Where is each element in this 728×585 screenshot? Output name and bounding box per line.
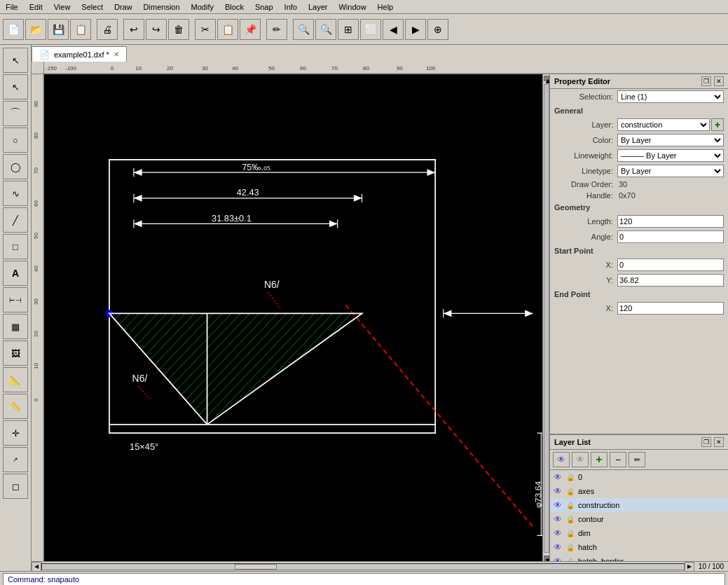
h-scrollbar[interactable]: ◀ ▶ 10 / 100 [32, 561, 728, 571]
ellipse-tool[interactable]: ◯ [3, 154, 28, 179]
layer-hide-all-button[interactable]: 👁 [572, 452, 589, 467]
property-editor-restore-button[interactable]: ❐ [701, 76, 711, 86]
image-tool[interactable]: 🖼 [3, 340, 28, 366]
layer-lock-hatch-border[interactable]: 🔒 [565, 556, 575, 561]
menu-item-help[interactable]: Help [372, 1, 399, 13]
layer-eye-construction[interactable]: 👁 [553, 500, 563, 510]
print-button[interactable]: 🖨 [97, 19, 118, 40]
layer-lock-construction[interactable]: 🔒 [565, 500, 575, 510]
layer-select[interactable]: construction [617, 118, 710, 131]
layer-eye-contour[interactable]: 👁 [553, 514, 563, 524]
layer-item-hatch-border[interactable]: 👁 🔒 hatch_border [550, 554, 728, 561]
layer-add-button[interactable]: + [711, 118, 724, 131]
layer-eye-0[interactable]: 👁 [553, 472, 563, 482]
angle-input[interactable] [617, 230, 724, 243]
line-tool[interactable]: ╱ [3, 207, 28, 233]
menu-item-edit[interactable]: Edit [24, 1, 48, 13]
drawing-tab[interactable]: 📄 example01.dxf * ✕ [32, 46, 127, 62]
x-end-input[interactable] [617, 302, 724, 315]
new-button[interactable]: 📄 [3, 19, 24, 40]
layer-item-hatch[interactable]: 👁 🔒 hatch [550, 540, 728, 554]
layer-eye-hatch-border[interactable]: 👁 [553, 556, 563, 561]
selection-select[interactable]: Line (1) [617, 90, 724, 103]
clear-button[interactable]: 🗑 [168, 19, 189, 40]
zoom-fit-button[interactable]: ⊞ [338, 19, 359, 40]
redo-button[interactable]: ↪ [146, 19, 167, 40]
3d-tool[interactable]: ◻ [3, 474, 28, 499]
layer-eye-dim[interactable]: 👁 [553, 528, 563, 538]
svg-text:20: 20 [33, 331, 39, 337]
layer-item-axes[interactable]: 👁 🔒 axes [550, 484, 728, 498]
zoom-window-button[interactable]: ⬜ [360, 19, 381, 40]
layer-show-all-button[interactable]: 👁 [553, 452, 570, 467]
menu-item-modify[interactable]: Modify [186, 1, 219, 13]
linetype-select[interactable]: By Layer [617, 165, 724, 177]
layer-item-0[interactable]: 👁 🔒 0 [550, 470, 728, 484]
copy-button[interactable]: 📋 [217, 19, 238, 40]
layer-lock-dim[interactable]: 🔒 [565, 528, 575, 538]
zoom-in-button[interactable]: 🔍 [293, 19, 314, 40]
circle-tool[interactable]: ○ [3, 128, 28, 153]
zoom-next-button[interactable]: ▶ [405, 19, 426, 40]
layer-list-close-button[interactable]: ✕ [714, 437, 724, 447]
color-select[interactable]: By Layer [617, 134, 724, 146]
layer-lock-axes[interactable]: 🔒 [565, 486, 575, 496]
layer-item-contour[interactable]: 👁 🔒 contour [550, 512, 728, 526]
layer-lock-contour[interactable]: 🔒 [565, 514, 575, 524]
canvas-area[interactable]: // Grid dots - handled via SVG pattern [44, 74, 549, 561]
select-tool[interactable]: ↖ [3, 48, 28, 73]
dimension-tool[interactable]: ⊢⊣ [3, 287, 28, 312]
layer-delete-btn[interactable]: − [610, 452, 626, 467]
layer-add-btn[interactable]: + [591, 452, 607, 467]
zoom-out-button[interactable]: 🔍 [315, 19, 336, 40]
open-button[interactable]: 📂 [25, 19, 46, 40]
menu-item-window[interactable]: Window [333, 1, 371, 13]
layer-eye-hatch[interactable]: 👁 [553, 542, 563, 552]
save-button[interactable]: 💾 [48, 19, 69, 40]
cut-button[interactable]: ✂ [195, 19, 216, 40]
tab-close-button[interactable]: ✕ [114, 50, 119, 58]
property-editor-close-button[interactable]: ✕ [714, 76, 724, 86]
layer-list-restore-button[interactable]: ❐ [701, 437, 711, 447]
layer-edit-btn[interactable]: ✏ [629, 452, 645, 467]
select-box-tool[interactable]: ↖ [3, 74, 28, 99]
zoom-prev-button[interactable]: ◀ [383, 19, 404, 40]
x-start-input[interactable] [617, 259, 724, 271]
scroll-left-button[interactable]: ◀ [32, 562, 41, 572]
menu-item-select[interactable]: Select [76, 1, 109, 13]
scroll-thumb[interactable] [235, 564, 277, 570]
length-input[interactable] [617, 215, 724, 228]
layer-item-dim[interactable]: 👁 🔒 dim [550, 526, 728, 540]
zoom-custom-button[interactable]: ⊕ [427, 19, 448, 40]
layer-item-construction[interactable]: 👁 🔒 construction [550, 498, 728, 512]
snap-tool[interactable]: ✛ [3, 420, 28, 446]
v-scrollbar[interactable]: ▲ ▼ [542, 74, 549, 561]
pencil-button[interactable]: ✏ [266, 19, 287, 40]
snap-free-tool[interactable]: ↗ [3, 447, 28, 472]
scroll-right-button[interactable]: ▶ [685, 562, 694, 572]
saveas-button[interactable]: 📋 [70, 19, 91, 40]
layer-eye-axes[interactable]: 👁 [553, 486, 563, 496]
menu-item-file[interactable]: File [0, 1, 24, 13]
menu-item-layer[interactable]: Layer [303, 1, 334, 13]
menu-item-info[interactable]: Info [279, 1, 303, 13]
y-start-input[interactable] [617, 274, 724, 287]
spline-tool[interactable]: ∿ [3, 181, 28, 206]
menu-item-block[interactable]: Block [219, 1, 249, 13]
scroll-track[interactable] [41, 563, 685, 570]
measure-tool[interactable]: 📐 [3, 367, 28, 392]
ruler-tool[interactable]: 📏 [3, 394, 28, 419]
arc-tool[interactable]: ⌒ [3, 101, 28, 126]
menu-item-draw[interactable]: Draw [109, 1, 138, 13]
layer-lock-0[interactable]: 🔒 [565, 472, 575, 482]
layer-lock-hatch[interactable]: 🔒 [565, 542, 575, 552]
lineweight-select[interactable]: ——— By Layer [617, 149, 724, 162]
text-tool[interactable]: A [3, 261, 28, 286]
undo-button[interactable]: ↩ [123, 19, 144, 40]
hatch-tool[interactable]: ▦ [3, 314, 28, 339]
rect-tool[interactable]: □ [3, 234, 28, 259]
menu-item-dimension[interactable]: Dimension [138, 1, 186, 13]
menu-item-snap[interactable]: Snap [249, 1, 279, 13]
menu-item-view[interactable]: View [48, 1, 76, 13]
paste-button[interactable]: 📌 [240, 19, 261, 40]
